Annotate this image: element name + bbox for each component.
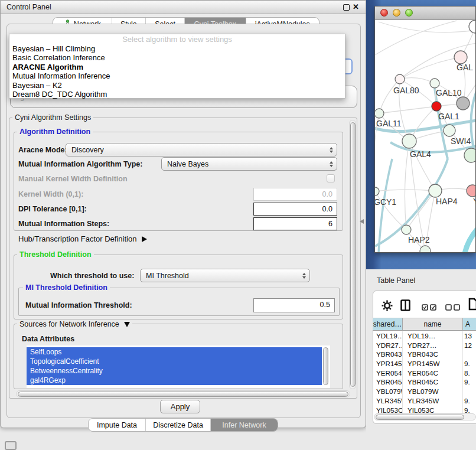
table-cell[interactable]: YPR145W — [403, 359, 463, 369]
network-node-hap2[interactable] — [402, 225, 411, 234]
table-cell[interactable]: YIL053C — [373, 406, 403, 414]
table-cell[interactable]: YLR345W — [403, 396, 463, 406]
control-panel-titlebar[interactable]: Control Panel ✕ — [1, 1, 366, 14]
column-header-shared-name[interactable]: shared… — [373, 318, 403, 330]
table-cell[interactable]: 9. — [463, 396, 476, 406]
table-row[interactable]: YPR145WYPR145W9. — [373, 359, 476, 369]
column-header-name[interactable]: name — [403, 318, 463, 330]
network-node-gal80[interactable] — [395, 74, 405, 84]
network-node[interactable] — [420, 246, 431, 252]
network-node-y[interactable] — [467, 185, 475, 197]
tab-discretize-data[interactable]: Discretize Data — [146, 419, 211, 431]
table-cell[interactable]: YDR27… — [373, 341, 403, 350]
network-node-gal[interactable] — [454, 51, 467, 64]
table-cell[interactable]: YDR27… — [403, 341, 463, 350]
table-horizontal-scrollbar[interactable] — [374, 413, 476, 420]
table-row[interactable]: YDL19…YDL19…13 — [373, 331, 476, 341]
float-window-icon[interactable] — [343, 4, 350, 11]
minimize-traffic-light[interactable] — [393, 9, 400, 17]
tab-impute-data[interactable]: Impute Data — [89, 419, 146, 431]
attribute-list-item[interactable]: BetweennessCentrality — [27, 366, 322, 376]
network-node-gal11[interactable] — [375, 109, 384, 118]
gear-icon[interactable] — [382, 300, 393, 314]
table-cell[interactable]: YBR043C — [373, 350, 403, 359]
attribute-list-item[interactable]: SelfLoops — [27, 347, 322, 357]
table-cell[interactable]: 9. — [463, 359, 476, 369]
aracne-mode-combobox[interactable]: Discovery — [66, 143, 337, 156]
network-node[interactable] — [464, 148, 475, 162]
table-cell[interactable]: 9. — [463, 377, 476, 387]
table-cell[interactable]: YDL19… — [403, 331, 463, 341]
table-cell[interactable] — [463, 387, 476, 396]
table-cell[interactable]: 9. — [463, 406, 476, 414]
settings-vertical-scrollbar-thumb[interactable] — [350, 122, 356, 387]
settings-vertical-scrollbar[interactable] — [349, 120, 356, 389]
settings-horizontal-scrollbar-thumb[interactable] — [18, 392, 348, 397]
table-cell[interactable]: YBR043C — [403, 350, 463, 359]
dropdown-item[interactable]: Bayesian – Hill Climbing — [9, 44, 345, 53]
table-cell[interactable]: YLR345W — [373, 396, 403, 406]
select-all-icon[interactable] — [422, 302, 437, 313]
table-cell[interactable]: YDL19… — [373, 331, 403, 341]
sources-legend[interactable]: Sources for Network Inference — [17, 320, 132, 328]
column-header-partial[interactable]: A — [463, 318, 476, 330]
dpi-tolerance-input[interactable]: 0.0 — [253, 203, 337, 216]
table-cell[interactable]: YER054C — [373, 369, 403, 378]
kernel-width-input[interactable]: 0.0 — [253, 188, 337, 201]
table-cell[interactable]: YBR045C — [403, 377, 463, 387]
split-panel-icon[interactable] — [400, 299, 410, 314]
tab-infer-network[interactable]: Infer Network — [211, 419, 278, 431]
dropdown-item[interactable]: Mutual Information Inference — [9, 71, 345, 80]
mi-type-combobox[interactable]: Naive Bayes — [161, 157, 337, 171]
table-horizontal-scrollbar-thumb[interactable] — [376, 415, 464, 420]
table-row[interactable]: YBR045CYBR045C9. — [373, 377, 476, 387]
network-node-swi4[interactable] — [444, 125, 455, 136]
close-traffic-light[interactable] — [380, 9, 388, 17]
settings-horizontal-scrollbar[interactable] — [16, 390, 350, 397]
table-cell[interactable]: YBL079W — [373, 387, 403, 396]
attribute-list-item[interactable]: gal4RGexp — [27, 376, 322, 385]
table-cell[interactable]: 8. — [463, 369, 476, 378]
table-cell[interactable] — [463, 350, 476, 359]
minimized-panel-icon[interactable] — [5, 441, 17, 450]
network-canvas[interactable]: GALGAL80GAL10GAL1GAL11SWI4GAL4GCY1HAP4YH… — [375, 20, 475, 252]
new-table-icon[interactable] — [468, 298, 476, 313]
table-row[interactable]: YBR043CYBR043C — [373, 350, 476, 359]
deselect-all-icon[interactable] — [445, 302, 461, 313]
close-icon[interactable]: ✕ — [353, 2, 359, 11]
network-node-gcy1[interactable] — [375, 187, 379, 195]
apply-button[interactable]: Apply — [160, 400, 200, 413]
table-row[interactable]: YDR27…YDR27…12 — [373, 341, 476, 350]
mi-steps-input[interactable]: 6 — [253, 217, 337, 230]
mi-threshold-input[interactable]: 0.5 — [253, 298, 335, 312]
table-cell[interactable]: 12 — [463, 341, 476, 350]
attribute-list-item[interactable]: TopologicalCoefficient — [27, 357, 322, 366]
network-node[interactable] — [457, 97, 470, 110]
table-cell[interactable]: YBR045C — [373, 377, 403, 387]
table-cell[interactable]: YIL053C — [403, 406, 463, 414]
table-cell[interactable]: YBL079W — [403, 387, 463, 396]
attributes-scrollbar-thumb[interactable] — [323, 347, 328, 385]
which-threshold-combobox[interactable]: MI Threshold — [140, 269, 310, 282]
hub-definition-section[interactable]: Hub/Transcription Factor Definition — [18, 234, 147, 243]
table-row[interactable]: YIL053CYIL053C9. — [373, 406, 476, 414]
network-node-gal10[interactable] — [430, 79, 439, 88]
table-cell[interactable]: YPR145W — [373, 359, 403, 369]
table-cell[interactable]: YER054C — [403, 369, 463, 378]
network-window-titlebar[interactable] — [375, 6, 475, 20]
table-row[interactable]: YER054CYER054C8. — [373, 369, 476, 378]
splitter-arrow-icon[interactable] — [360, 219, 364, 224]
table-row[interactable]: YLR345WYLR345W9. — [373, 396, 476, 406]
network-node-hap4[interactable] — [429, 184, 442, 197]
dropdown-item[interactable]: ARACNE Algorithm — [9, 63, 345, 71]
dropdown-item[interactable]: Dream8 DC_TDC Algorithm — [9, 90, 345, 99]
table-row[interactable]: YBL079WYBL079W — [373, 387, 476, 396]
network-node-gal1[interactable] — [432, 102, 441, 111]
network-node-label: GAL10 — [436, 88, 462, 97]
dropdown-item[interactable]: Basic Correlation Inference — [9, 53, 345, 62]
table-cell[interactable]: 13 — [463, 331, 476, 341]
manual-kernel-checkbox[interactable] — [327, 174, 335, 182]
network-node-gal4[interactable] — [402, 134, 416, 148]
dropdown-item[interactable]: Bayesian – K2 — [9, 81, 345, 90]
zoom-traffic-light[interactable] — [405, 9, 413, 17]
